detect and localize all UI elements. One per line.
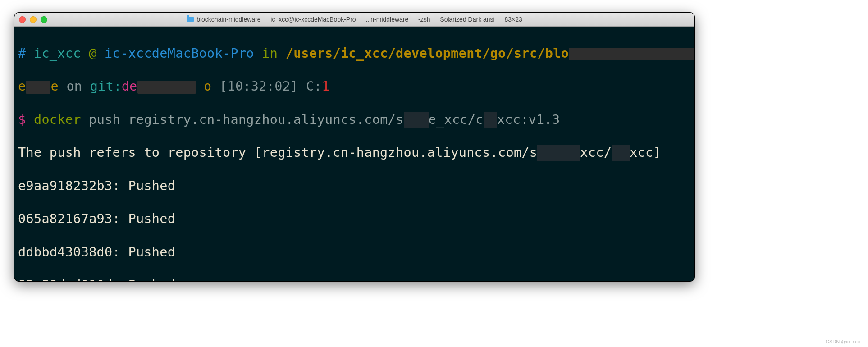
prompt-line-1: # ic_xcc @ ic-xccdeMacBook-Pro in /users… [18, 46, 691, 62]
layer-row: 83a58dcd010d: Pushed [18, 277, 691, 281]
minimize-button[interactable] [30, 16, 37, 23]
terminal-window: blockchain-middleware — ic_xcc@ic-xccdeM… [14, 13, 694, 281]
title-text: blockchain-middleware — ic_xcc@ic-xccdeM… [196, 16, 522, 23]
redacted [612, 145, 630, 161]
redacted [484, 112, 497, 128]
layer-row: e9aa918232b3: Pushed [18, 178, 691, 195]
titlebar: blockchain-middleware — ic_xcc@ic-xccdeM… [14, 13, 694, 27]
command-line: $ docker push registry.cn-hangzhou.aliyu… [18, 112, 691, 128]
watermark: CSDN @ic_xcc [826, 339, 860, 344]
maximize-button[interactable] [41, 16, 47, 23]
traffic-lights [19, 16, 47, 23]
redacted [569, 48, 694, 61]
layer-row: ddbbd43038d0: Pushed [18, 244, 691, 261]
redacted [537, 145, 580, 161]
folder-icon [187, 17, 194, 22]
layer-row: 065a82167a93: Pushed [18, 211, 691, 228]
redacted [137, 81, 196, 94]
redacted [26, 81, 50, 94]
output-ref: The push refers to repository [registry.… [18, 145, 691, 161]
redacted [404, 112, 429, 128]
prompt-line-2: e e on git:de o [10:32:02] C:1 [18, 78, 691, 95]
close-button[interactable] [19, 16, 26, 23]
window-title: blockchain-middleware — ic_xcc@ic-xccdeM… [14, 16, 694, 23]
terminal-body[interactable]: # ic_xcc @ ic-xccdeMacBook-Pro in /users… [14, 27, 694, 281]
